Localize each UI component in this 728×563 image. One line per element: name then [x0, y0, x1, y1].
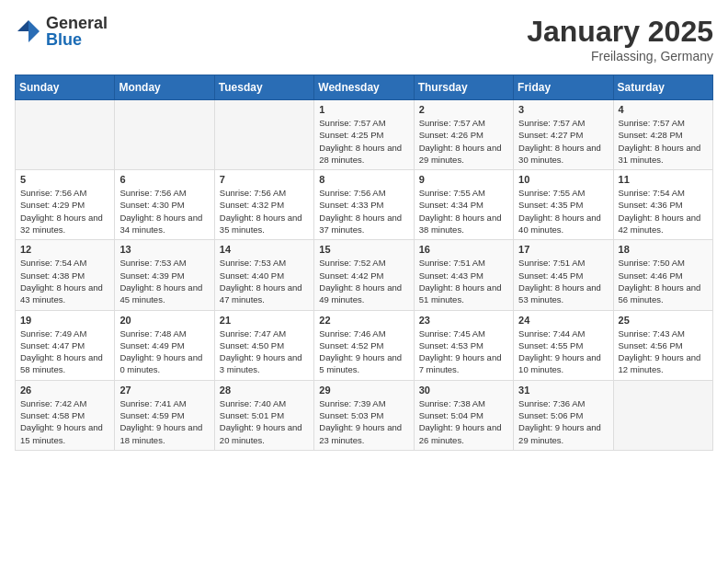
day-info: Sunrise: 7:48 AM Sunset: 4:49 PM Dayligh… — [119, 327, 209, 376]
day-number: 6 — [119, 174, 209, 185]
calendar-cell: 2Sunrise: 7:57 AM Sunset: 4:26 PM Daylig… — [414, 100, 513, 170]
day-info: Sunrise: 7:56 AM Sunset: 4:29 PM Dayligh… — [20, 187, 109, 236]
logo-general-text: General — [46, 15, 108, 31]
calendar-cell: 12Sunrise: 7:54 AM Sunset: 4:38 PM Dayli… — [16, 240, 115, 310]
calendar-table: SundayMondayTuesdayWednesdayThursdayFrid… — [15, 75, 713, 451]
day-number: 30 — [419, 385, 508, 396]
calendar-cell: 16Sunrise: 7:51 AM Sunset: 4:43 PM Dayli… — [414, 240, 513, 310]
calendar-cell: 8Sunrise: 7:56 AM Sunset: 4:33 PM Daylig… — [314, 170, 414, 240]
day-number: 20 — [119, 315, 209, 326]
day-info: Sunrise: 7:57 AM Sunset: 4:25 PM Dayligh… — [319, 117, 408, 166]
day-info: Sunrise: 7:40 AM Sunset: 5:01 PM Dayligh… — [220, 397, 309, 446]
day-number: 14 — [220, 244, 309, 255]
calendar-cell: 15Sunrise: 7:52 AM Sunset: 4:42 PM Dayli… — [314, 240, 414, 310]
calendar-cell: 31Sunrise: 7:36 AM Sunset: 5:06 PM Dayli… — [514, 380, 613, 450]
column-header-friday: Friday — [514, 75, 613, 100]
calendar-cell: 3Sunrise: 7:57 AM Sunset: 4:27 PM Daylig… — [514, 100, 613, 170]
calendar-cell: 4Sunrise: 7:57 AM Sunset: 4:28 PM Daylig… — [613, 100, 712, 170]
calendar-cell: 7Sunrise: 7:56 AM Sunset: 4:32 PM Daylig… — [214, 170, 313, 240]
day-number: 18 — [619, 244, 708, 255]
logo-blue-text: Blue — [46, 31, 108, 48]
page-header: General Blue January 2025 Freilassing, G… — [15, 15, 713, 63]
calendar-cell: 26Sunrise: 7:42 AM Sunset: 4:58 PM Dayli… — [16, 380, 115, 450]
day-number: 31 — [518, 385, 608, 396]
day-info: Sunrise: 7:53 AM Sunset: 4:40 PM Dayligh… — [220, 257, 309, 305]
logo: General Blue — [15, 15, 108, 48]
title-block: January 2025 Freilassing, Germany — [527, 15, 713, 63]
day-info: Sunrise: 7:47 AM Sunset: 4:50 PM Dayligh… — [220, 327, 309, 376]
day-info: Sunrise: 7:51 AM Sunset: 4:45 PM Dayligh… — [518, 257, 608, 305]
day-info: Sunrise: 7:57 AM Sunset: 4:27 PM Dayligh… — [518, 117, 608, 166]
column-header-sunday: Sunday — [16, 75, 115, 100]
calendar-cell: 20Sunrise: 7:48 AM Sunset: 4:49 PM Dayli… — [115, 310, 214, 380]
day-info: Sunrise: 7:41 AM Sunset: 4:59 PM Dayligh… — [119, 397, 209, 446]
day-info: Sunrise: 7:57 AM Sunset: 4:28 PM Dayligh… — [619, 117, 708, 166]
calendar-cell: 19Sunrise: 7:49 AM Sunset: 4:47 PM Dayli… — [16, 310, 115, 380]
calendar-cell: 1Sunrise: 7:57 AM Sunset: 4:25 PM Daylig… — [314, 100, 414, 170]
day-number: 13 — [119, 244, 209, 255]
month-title: January 2025 — [527, 15, 713, 49]
day-number: 23 — [419, 315, 508, 326]
day-number: 10 — [518, 174, 608, 185]
day-info: Sunrise: 7:50 AM Sunset: 4:46 PM Dayligh… — [619, 257, 708, 305]
day-number: 16 — [419, 244, 508, 255]
day-info: Sunrise: 7:55 AM Sunset: 4:34 PM Dayligh… — [419, 187, 508, 236]
day-number: 29 — [319, 385, 408, 396]
calendar-cell — [16, 100, 115, 170]
day-number: 26 — [20, 385, 109, 396]
day-info: Sunrise: 7:38 AM Sunset: 5:04 PM Dayligh… — [419, 397, 508, 446]
day-info: Sunrise: 7:56 AM Sunset: 4:30 PM Dayligh… — [119, 187, 209, 236]
day-info: Sunrise: 7:43 AM Sunset: 4:56 PM Dayligh… — [619, 327, 708, 376]
calendar-cell — [115, 100, 214, 170]
svg-marker-0 — [28, 20, 40, 42]
day-number: 7 — [220, 174, 309, 185]
calendar-cell: 21Sunrise: 7:47 AM Sunset: 4:50 PM Dayli… — [214, 310, 313, 380]
day-info: Sunrise: 7:44 AM Sunset: 4:55 PM Dayligh… — [518, 327, 608, 376]
day-number: 24 — [518, 315, 608, 326]
day-number: 27 — [119, 385, 209, 396]
calendar-cell: 18Sunrise: 7:50 AM Sunset: 4:46 PM Dayli… — [613, 240, 712, 310]
day-info: Sunrise: 7:49 AM Sunset: 4:47 PM Dayligh… — [20, 327, 109, 376]
calendar-cell: 13Sunrise: 7:53 AM Sunset: 4:39 PM Dayli… — [115, 240, 214, 310]
calendar-cell: 22Sunrise: 7:46 AM Sunset: 4:52 PM Dayli… — [314, 310, 414, 380]
calendar-cell: 9Sunrise: 7:55 AM Sunset: 4:34 PM Daylig… — [414, 170, 513, 240]
calendar-cell: 30Sunrise: 7:38 AM Sunset: 5:04 PM Dayli… — [414, 380, 513, 450]
logo-icon — [15, 17, 42, 45]
calendar-week-row: 1Sunrise: 7:57 AM Sunset: 4:25 PM Daylig… — [16, 100, 713, 170]
day-number: 21 — [220, 315, 309, 326]
calendar-cell: 6Sunrise: 7:56 AM Sunset: 4:30 PM Daylig… — [115, 170, 214, 240]
day-info: Sunrise: 7:52 AM Sunset: 4:42 PM Dayligh… — [319, 257, 408, 305]
day-number: 2 — [419, 104, 508, 115]
day-number: 17 — [518, 244, 608, 255]
day-info: Sunrise: 7:56 AM Sunset: 4:32 PM Dayligh… — [220, 187, 309, 236]
day-info: Sunrise: 7:46 AM Sunset: 4:52 PM Dayligh… — [319, 327, 408, 376]
calendar-cell: 14Sunrise: 7:53 AM Sunset: 4:40 PM Dayli… — [214, 240, 313, 310]
calendar-cell: 10Sunrise: 7:55 AM Sunset: 4:35 PM Dayli… — [514, 170, 613, 240]
calendar-cell: 5Sunrise: 7:56 AM Sunset: 4:29 PM Daylig… — [16, 170, 115, 240]
day-info: Sunrise: 7:36 AM Sunset: 5:06 PM Dayligh… — [518, 397, 608, 446]
day-info: Sunrise: 7:45 AM Sunset: 4:53 PM Dayligh… — [419, 327, 508, 376]
day-info: Sunrise: 7:39 AM Sunset: 5:03 PM Dayligh… — [319, 397, 408, 446]
calendar-cell: 17Sunrise: 7:51 AM Sunset: 4:45 PM Dayli… — [514, 240, 613, 310]
day-number: 19 — [20, 315, 109, 326]
calendar-cell — [214, 100, 313, 170]
calendar-week-row: 19Sunrise: 7:49 AM Sunset: 4:47 PM Dayli… — [16, 310, 713, 380]
calendar-cell: 29Sunrise: 7:39 AM Sunset: 5:03 PM Dayli… — [314, 380, 414, 450]
calendar-cell: 25Sunrise: 7:43 AM Sunset: 4:56 PM Dayli… — [613, 310, 712, 380]
svg-marker-1 — [17, 20, 28, 31]
calendar-cell: 11Sunrise: 7:54 AM Sunset: 4:36 PM Dayli… — [613, 170, 712, 240]
calendar-cell: 27Sunrise: 7:41 AM Sunset: 4:59 PM Dayli… — [115, 380, 214, 450]
column-header-saturday: Saturday — [613, 75, 712, 100]
calendar-cell — [613, 380, 712, 450]
day-info: Sunrise: 7:55 AM Sunset: 4:35 PM Dayligh… — [518, 187, 608, 236]
day-info: Sunrise: 7:53 AM Sunset: 4:39 PM Dayligh… — [119, 257, 209, 305]
day-number: 1 — [319, 104, 408, 115]
day-number: 11 — [619, 174, 708, 185]
calendar-cell: 24Sunrise: 7:44 AM Sunset: 4:55 PM Dayli… — [514, 310, 613, 380]
day-number: 28 — [220, 385, 309, 396]
day-info: Sunrise: 7:42 AM Sunset: 4:58 PM Dayligh… — [20, 397, 109, 446]
column-header-tuesday: Tuesday — [214, 75, 313, 100]
day-info: Sunrise: 7:54 AM Sunset: 4:38 PM Dayligh… — [20, 257, 109, 305]
logo-text: General Blue — [46, 15, 108, 48]
calendar-week-row: 26Sunrise: 7:42 AM Sunset: 4:58 PM Dayli… — [16, 380, 713, 450]
